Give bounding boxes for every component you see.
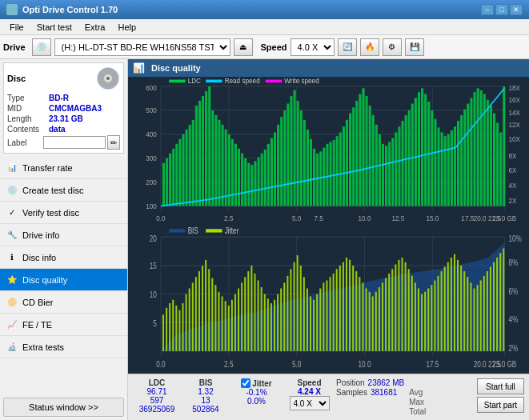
svg-rect-202 bbox=[222, 296, 223, 350]
menu-start-test[interactable]: Start test bbox=[30, 21, 78, 34]
extra-tests-icon: 🔬 bbox=[6, 342, 18, 353]
samples-value: 381681 bbox=[371, 388, 397, 397]
start-full-button[interactable]: Start full bbox=[477, 378, 524, 394]
max-label: Max bbox=[409, 398, 431, 406]
svg-rect-115 bbox=[398, 126, 400, 206]
svg-rect-235 bbox=[330, 277, 331, 351]
svg-rect-278 bbox=[470, 282, 471, 351]
svg-rect-193 bbox=[192, 282, 194, 351]
status-window-button[interactable]: Status window >> bbox=[3, 398, 124, 417]
maximize-button[interactable]: □ bbox=[495, 4, 508, 15]
sidebar-item-disc-quality[interactable]: ⭐ Disc quality bbox=[0, 269, 127, 291]
settings-button[interactable]: ⚙ bbox=[383, 38, 402, 56]
sidebar-item-disc-info[interactable]: ℹ Disc info bbox=[0, 246, 127, 269]
svg-rect-227 bbox=[303, 277, 305, 351]
svg-rect-229 bbox=[310, 296, 311, 350]
sidebar-item-drive-info[interactable]: 🔧 Drive info bbox=[0, 224, 127, 246]
sidebar-item-verify-test-disc[interactable]: ✓ Verify test disc bbox=[0, 202, 127, 224]
sidebar-item-create-test-disc[interactable]: 💿 Create test disc bbox=[0, 179, 127, 202]
drive-info-icon: 🔧 bbox=[6, 230, 18, 241]
svg-rect-198 bbox=[208, 269, 210, 351]
jitter-checkbox[interactable] bbox=[241, 378, 250, 388]
speed-select-toolbar[interactable]: 4.0 X bbox=[291, 38, 335, 56]
svg-rect-243 bbox=[355, 271, 357, 351]
svg-text:500: 500 bbox=[146, 106, 157, 115]
mid-label: MID bbox=[7, 104, 49, 113]
label-input[interactable] bbox=[43, 136, 106, 149]
svg-rect-267 bbox=[434, 280, 435, 350]
svg-text:5.0: 5.0 bbox=[292, 358, 302, 369]
svg-rect-185 bbox=[166, 307, 167, 350]
upper-chart-svg: 600 500 400 300 200 100 18X 16X 14X 12X … bbox=[128, 77, 529, 226]
ldc-header: LDC bbox=[149, 378, 166, 387]
length-value: 23.31 GB bbox=[49, 114, 83, 123]
svg-point-2 bbox=[106, 77, 110, 80]
svg-text:2%: 2% bbox=[508, 342, 518, 353]
start-part-button[interactable]: Start part bbox=[477, 397, 524, 413]
menu-file[interactable]: File bbox=[3, 21, 30, 34]
svg-rect-207 bbox=[238, 288, 239, 350]
svg-rect-98 bbox=[343, 126, 345, 206]
svg-rect-122 bbox=[421, 88, 423, 206]
svg-text:4%: 4% bbox=[508, 314, 518, 324]
svg-rect-126 bbox=[434, 119, 436, 206]
svg-rect-45 bbox=[169, 154, 171, 206]
svg-rect-203 bbox=[225, 301, 226, 351]
svg-rect-254 bbox=[391, 269, 393, 351]
type-value: BD-R bbox=[49, 94, 69, 102]
svg-rect-64 bbox=[231, 139, 234, 206]
svg-rect-262 bbox=[418, 288, 419, 350]
svg-rect-58 bbox=[211, 110, 214, 206]
svg-text:20.0: 20.0 bbox=[474, 214, 487, 222]
sidebar-item-fe-te[interactable]: 📈 FE / TE bbox=[0, 314, 127, 336]
svg-rect-110 bbox=[382, 144, 384, 206]
menu-extra[interactable]: Extra bbox=[78, 21, 112, 34]
svg-rect-142 bbox=[487, 100, 489, 206]
svg-rect-78 bbox=[277, 125, 279, 206]
drive-icon-button[interactable]: 💿 bbox=[32, 38, 51, 56]
svg-rect-250 bbox=[379, 287, 380, 351]
save-button[interactable]: 💾 bbox=[405, 38, 424, 56]
svg-text:10: 10 bbox=[150, 289, 157, 299]
title-bar: Opti Drive Control 1.70 – □ ✕ bbox=[0, 0, 529, 19]
minimize-button[interactable]: – bbox=[481, 4, 494, 15]
label-edit-button[interactable]: ✏ bbox=[107, 135, 120, 150]
sidebar-item-extra-tests[interactable]: 🔬 Extra tests bbox=[0, 336, 127, 358]
eject-button[interactable]: ⏏ bbox=[234, 38, 253, 56]
svg-rect-261 bbox=[415, 282, 416, 351]
svg-rect-214 bbox=[261, 287, 262, 351]
svg-rect-87 bbox=[307, 130, 309, 206]
svg-rect-82 bbox=[290, 96, 292, 206]
svg-text:12.5: 12.5 bbox=[391, 214, 404, 222]
sidebar-item-cd-bier[interactable]: 📀 CD Bier bbox=[0, 291, 127, 314]
svg-text:10X: 10X bbox=[508, 135, 520, 144]
refresh-button[interactable]: 🔄 bbox=[338, 38, 357, 56]
contents-label: Contents bbox=[7, 125, 49, 134]
close-button[interactable]: ✕ bbox=[510, 4, 523, 15]
type-label: Type bbox=[7, 94, 49, 102]
svg-rect-150 bbox=[206, 80, 222, 83]
svg-rect-279 bbox=[473, 288, 475, 350]
burn-button[interactable]: 🔥 bbox=[360, 38, 379, 56]
position-value: 23862 MB bbox=[368, 378, 405, 387]
menu-help[interactable]: Help bbox=[111, 21, 142, 34]
svg-text:15.0: 15.0 bbox=[426, 214, 439, 222]
toolbar: Drive 💿 (H:) HL-DT-ST BD-RE WH16NS58 TST… bbox=[0, 35, 529, 59]
app-icon bbox=[6, 4, 18, 15]
svg-text:5.0: 5.0 bbox=[292, 214, 301, 222]
speed-select-stats[interactable]: 4.0 X bbox=[290, 396, 330, 410]
svg-rect-61 bbox=[222, 125, 224, 206]
svg-rect-144 bbox=[493, 113, 495, 206]
svg-text:8X: 8X bbox=[508, 151, 516, 160]
svg-text:2.5: 2.5 bbox=[224, 358, 234, 369]
svg-rect-211 bbox=[250, 265, 252, 350]
svg-rect-52 bbox=[192, 120, 194, 206]
svg-rect-134 bbox=[460, 115, 463, 206]
svg-rect-231 bbox=[316, 294, 318, 350]
svg-rect-222 bbox=[287, 275, 288, 350]
svg-rect-120 bbox=[415, 98, 417, 206]
drive-select[interactable]: (H:) HL-DT-ST BD-RE WH16NS58 TST4 bbox=[54, 38, 230, 56]
svg-rect-291 bbox=[206, 229, 222, 232]
svg-rect-245 bbox=[362, 282, 363, 351]
sidebar-item-transfer-rate[interactable]: 📊 Transfer rate bbox=[0, 157, 127, 179]
